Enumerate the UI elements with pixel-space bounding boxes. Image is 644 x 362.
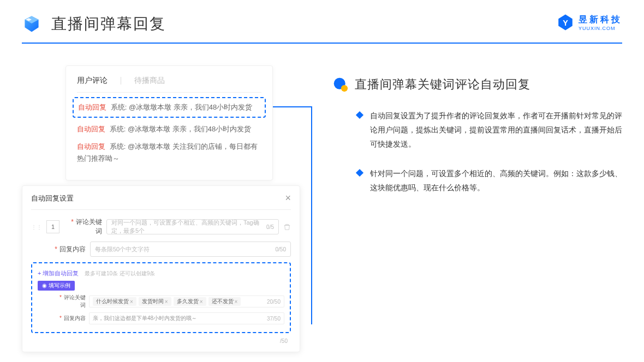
tab-user-comments[interactable]: 用户评论 bbox=[77, 76, 108, 86]
char-count: 37/50 bbox=[267, 316, 281, 322]
char-count: 0/5 bbox=[266, 224, 274, 230]
keyword-tag[interactable]: 什么时候发货× bbox=[93, 297, 136, 306]
example-content-label: *回复内容 bbox=[59, 315, 86, 322]
add-hint: 最多可建10条 还可以创建9条 bbox=[85, 270, 155, 276]
system-prefix: 系统: bbox=[110, 142, 126, 150]
keyword-label: *评论关键词 bbox=[70, 218, 102, 236]
svg-point-2 bbox=[341, 85, 348, 92]
svg-text:Y: Y bbox=[563, 19, 568, 27]
highlighted-comment: 自动回复 系统: @冰墩墩本墩 亲亲，我们48小时内发货 bbox=[73, 97, 266, 118]
brand-logo: Y 昱新科技 YUUXIN.COM bbox=[557, 14, 622, 31]
brand-name: 昱新科技 bbox=[579, 14, 622, 26]
tab-products[interactable]: 待播商品 bbox=[134, 76, 165, 86]
settings-modal: 自动回复设置 × ⋮⋮ 1 *评论关键词 对同一个问题，可设置多个相近、高频的关… bbox=[22, 185, 300, 352]
system-prefix: 系统: bbox=[111, 103, 127, 111]
drag-handle-icon[interactable]: ⋮⋮ bbox=[31, 224, 42, 230]
example-kw-label: *评论关键词 bbox=[59, 294, 86, 309]
keyword-tag[interactable]: 多久发货× bbox=[174, 297, 206, 306]
keyword-input[interactable]: 对同一个问题，可设置多个相近、高频的关键词，Tag确定，最多5个 0/5 bbox=[106, 219, 279, 234]
example-badge: ◉ 填写示例 bbox=[38, 281, 75, 291]
bullet-text: 自动回复设置为了提升作者的评论回复效率，作者可在开播前针对常见的评论用户问题，提… bbox=[370, 109, 622, 152]
section-title: 直播间弹幕关键词评论自动回复 bbox=[355, 76, 530, 93]
example-content-text: 亲，我们这边都是下单48小时内发货的哦～ bbox=[93, 315, 197, 322]
add-reply-link[interactable]: + 增加自动回复 bbox=[38, 270, 79, 276]
tag-list: 什么时候发货×发货时间×多久发货×还不发货× bbox=[93, 297, 243, 306]
order-number: 1 bbox=[46, 220, 59, 233]
auto-reply-tag: 自动回复 bbox=[77, 142, 105, 150]
char-count: 0/50 bbox=[276, 246, 286, 252]
auto-reply-tag: 自动回复 bbox=[78, 103, 106, 111]
brand-url: YUUXIN.COM bbox=[579, 26, 622, 31]
comment-text: @冰墩墩本墩 亲亲，我们48小时内发货 bbox=[129, 103, 252, 111]
trash-icon[interactable] bbox=[283, 223, 291, 231]
example-highlight: + 增加自动回复 最多可建10条 还可以创建9条 ◉ 填写示例 *评论关键词 什… bbox=[31, 262, 291, 333]
comments-panel: 用户评论 待播商品 自动回复 系统: @冰墩墩本墩 亲亲，我们48小时内发货 自… bbox=[65, 65, 273, 180]
placeholder-text: 对同一个问题，可设置多个相近、高频的关键词，Tag确定，最多5个 bbox=[111, 219, 266, 235]
modal-title: 自动回复设置 bbox=[31, 194, 74, 203]
extra-count: /50 bbox=[280, 338, 288, 344]
brand-icon: Y bbox=[557, 14, 574, 31]
tab-divider bbox=[121, 77, 121, 85]
page-title: 直播间弹幕回复 bbox=[51, 14, 166, 34]
system-prefix: 系统: bbox=[110, 125, 126, 133]
diamond-icon bbox=[356, 169, 363, 177]
cube-icon bbox=[22, 14, 41, 34]
close-icon[interactable]: × bbox=[285, 192, 291, 204]
content-label: *回复内容 bbox=[54, 245, 86, 254]
keyword-tag[interactable]: 发货时间× bbox=[139, 297, 171, 306]
content-input[interactable]: 每条限50个中文字符 0/50 bbox=[90, 242, 291, 257]
bubble-icon bbox=[333, 77, 348, 92]
diamond-icon bbox=[356, 111, 363, 119]
keyword-tag[interactable]: 还不发货× bbox=[208, 297, 241, 306]
comment-text: @冰墩墩本墩 亲亲，我们48小时内发货 bbox=[128, 125, 251, 133]
char-count: 20/50 bbox=[267, 299, 281, 305]
placeholder-text: 每条限50个中文字符 bbox=[95, 245, 150, 254]
bullet-text: 针对同一个问题，可设置多个相近的、高频的关键词。例如：这款多少钱、这块能优惠吗、… bbox=[370, 167, 622, 195]
example-kw-input[interactable]: 什么时候发货×发货时间×多久发货×还不发货× 20/50 bbox=[89, 295, 284, 307]
auto-reply-tag: 自动回复 bbox=[77, 125, 105, 133]
example-content-input[interactable]: 亲，我们这边都是下单48小时内发货的哦～ 37/50 bbox=[89, 312, 284, 324]
